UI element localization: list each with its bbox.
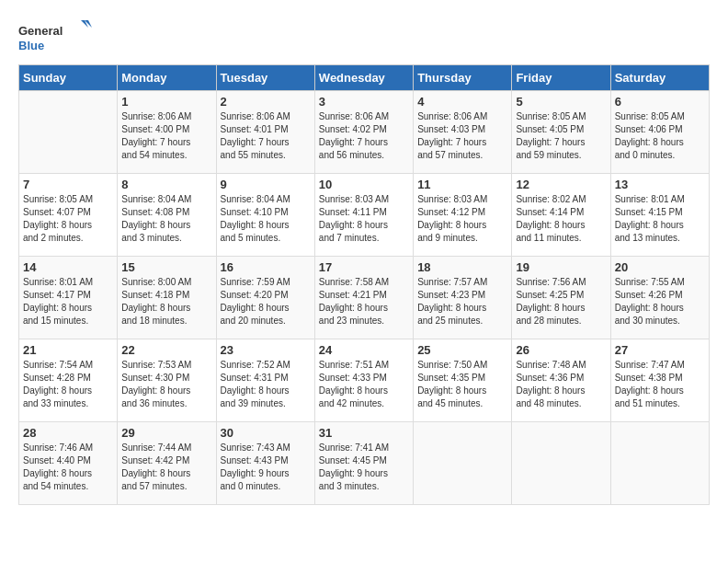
day-info: Sunrise: 8:00 AMSunset: 4:18 PMDaylight:… <box>121 276 211 327</box>
day-info: Sunrise: 8:05 AMSunset: 4:07 PMDaylight:… <box>23 193 113 245</box>
calendar-cell: 3Sunrise: 8:06 AMSunset: 4:02 PMDaylight… <box>314 91 413 174</box>
day-info: Sunrise: 7:50 AMSunset: 4:35 PMDaylight:… <box>417 359 507 410</box>
day-info: Sunrise: 7:47 AMSunset: 4:38 PMDaylight:… <box>615 359 705 410</box>
week-row-5: 28Sunrise: 7:46 AMSunset: 4:40 PMDayligh… <box>19 422 710 505</box>
week-row-2: 7Sunrise: 8:05 AMSunset: 4:07 PMDaylight… <box>19 174 710 257</box>
day-info: Sunrise: 7:56 AMSunset: 4:25 PMDaylight:… <box>516 276 606 327</box>
day-number: 21 <box>23 343 113 357</box>
day-info: Sunrise: 7:53 AMSunset: 4:30 PMDaylight:… <box>121 359 211 410</box>
calendar-cell: 17Sunrise: 7:58 AMSunset: 4:21 PMDayligh… <box>314 257 413 339</box>
day-number: 12 <box>516 178 606 191</box>
day-number: 11 <box>417 178 507 191</box>
day-info: Sunrise: 8:03 AMSunset: 4:11 PMDaylight:… <box>319 193 409 245</box>
calendar-cell: 8Sunrise: 8:04 AMSunset: 4:08 PMDaylight… <box>118 174 216 257</box>
svg-text:Blue: Blue <box>18 39 44 52</box>
calendar-cell <box>414 422 512 505</box>
day-info: Sunrise: 8:01 AMSunset: 4:15 PMDaylight:… <box>615 193 705 245</box>
calendar-cell: 12Sunrise: 8:02 AMSunset: 4:14 PMDayligh… <box>512 174 610 257</box>
calendar-cell: 18Sunrise: 7:57 AMSunset: 4:23 PMDayligh… <box>414 257 512 339</box>
week-row-3: 14Sunrise: 8:01 AMSunset: 4:17 PMDayligh… <box>19 257 710 339</box>
calendar-cell: 4Sunrise: 8:06 AMSunset: 4:03 PMDaylight… <box>414 91 512 174</box>
calendar-body: 1Sunrise: 8:06 AMSunset: 4:00 PMDaylight… <box>19 91 710 505</box>
day-info: Sunrise: 7:52 AMSunset: 4:31 PMDaylight:… <box>221 359 311 410</box>
calendar-cell: 30Sunrise: 7:43 AMSunset: 4:43 PMDayligh… <box>216 422 314 505</box>
calendar-cell: 19Sunrise: 7:56 AMSunset: 4:25 PMDayligh… <box>512 257 610 339</box>
page-header: General Blue <box>18 18 710 55</box>
day-number: 23 <box>221 343 311 357</box>
calendar-cell: 14Sunrise: 8:01 AMSunset: 4:17 PMDayligh… <box>19 257 118 339</box>
day-number: 28 <box>23 426 113 440</box>
calendar-cell: 11Sunrise: 8:03 AMSunset: 4:12 PMDayligh… <box>414 174 512 257</box>
day-number: 19 <box>516 260 606 274</box>
day-info: Sunrise: 7:58 AMSunset: 4:21 PMDaylight:… <box>319 276 409 327</box>
column-header-saturday: Saturday <box>610 65 709 91</box>
calendar-cell: 1Sunrise: 8:06 AMSunset: 4:00 PMDaylight… <box>118 91 216 174</box>
day-number: 30 <box>221 426 311 440</box>
day-info: Sunrise: 8:06 AMSunset: 4:02 PMDaylight:… <box>319 110 409 162</box>
logo: General Blue <box>18 18 92 55</box>
calendar-cell: 15Sunrise: 8:00 AMSunset: 4:18 PMDayligh… <box>118 257 216 339</box>
calendar-cell: 16Sunrise: 7:59 AMSunset: 4:20 PMDayligh… <box>216 257 314 339</box>
day-info: Sunrise: 8:05 AMSunset: 4:05 PMDaylight:… <box>516 110 606 162</box>
day-number: 18 <box>417 260 507 274</box>
day-number: 8 <box>121 178 211 191</box>
calendar-cell: 7Sunrise: 8:05 AMSunset: 4:07 PMDaylight… <box>19 174 118 257</box>
calendar-cell: 26Sunrise: 7:48 AMSunset: 4:36 PMDayligh… <box>512 339 610 422</box>
day-number: 9 <box>221 178 311 191</box>
day-info: Sunrise: 8:05 AMSunset: 4:06 PMDaylight:… <box>615 110 705 162</box>
calendar-cell <box>19 91 118 174</box>
day-number: 14 <box>23 260 113 274</box>
day-number: 24 <box>319 343 409 357</box>
week-row-1: 1Sunrise: 8:06 AMSunset: 4:00 PMDaylight… <box>19 91 710 174</box>
column-header-thursday: Thursday <box>414 65 512 91</box>
day-info: Sunrise: 8:06 AMSunset: 4:00 PMDaylight:… <box>121 110 211 162</box>
day-number: 4 <box>417 95 507 109</box>
week-row-4: 21Sunrise: 7:54 AMSunset: 4:28 PMDayligh… <box>19 339 710 422</box>
day-info: Sunrise: 7:51 AMSunset: 4:33 PMDaylight:… <box>319 359 409 410</box>
day-number: 7 <box>23 178 113 191</box>
day-number: 5 <box>516 95 606 109</box>
day-number: 3 <box>319 95 409 109</box>
day-info: Sunrise: 8:02 AMSunset: 4:14 PMDaylight:… <box>516 193 606 245</box>
day-number: 22 <box>121 343 211 357</box>
calendar-cell <box>512 422 610 505</box>
calendar-cell: 31Sunrise: 7:41 AMSunset: 4:45 PMDayligh… <box>314 422 413 505</box>
day-number: 27 <box>615 343 705 357</box>
day-info: Sunrise: 7:41 AMSunset: 4:45 PMDaylight:… <box>319 442 409 493</box>
day-info: Sunrise: 7:46 AMSunset: 4:40 PMDaylight:… <box>23 442 113 493</box>
day-number: 25 <box>417 343 507 357</box>
calendar-cell: 5Sunrise: 8:05 AMSunset: 4:05 PMDaylight… <box>512 91 610 174</box>
day-number: 26 <box>516 343 606 357</box>
calendar-table: SundayMondayTuesdayWednesdayThursdayFrid… <box>18 64 710 505</box>
calendar-cell: 25Sunrise: 7:50 AMSunset: 4:35 PMDayligh… <box>414 339 512 422</box>
calendar-cell: 20Sunrise: 7:55 AMSunset: 4:26 PMDayligh… <box>610 257 709 339</box>
day-number: 16 <box>221 260 311 274</box>
day-number: 31 <box>319 426 409 440</box>
day-info: Sunrise: 8:04 AMSunset: 4:10 PMDaylight:… <box>221 193 311 245</box>
calendar-cell: 28Sunrise: 7:46 AMSunset: 4:40 PMDayligh… <box>19 422 118 505</box>
day-number: 2 <box>221 95 311 109</box>
day-number: 13 <box>615 178 705 191</box>
day-info: Sunrise: 8:06 AMSunset: 4:03 PMDaylight:… <box>417 110 507 162</box>
day-info: Sunrise: 7:54 AMSunset: 4:28 PMDaylight:… <box>23 359 113 410</box>
day-info: Sunrise: 7:44 AMSunset: 4:42 PMDaylight:… <box>121 442 211 493</box>
calendar-cell: 23Sunrise: 7:52 AMSunset: 4:31 PMDayligh… <box>216 339 314 422</box>
day-info: Sunrise: 8:06 AMSunset: 4:01 PMDaylight:… <box>221 110 311 162</box>
day-info: Sunrise: 7:57 AMSunset: 4:23 PMDaylight:… <box>417 276 507 327</box>
calendar-cell: 9Sunrise: 8:04 AMSunset: 4:10 PMDaylight… <box>216 174 314 257</box>
calendar-cell: 21Sunrise: 7:54 AMSunset: 4:28 PMDayligh… <box>19 339 118 422</box>
day-info: Sunrise: 7:48 AMSunset: 4:36 PMDaylight:… <box>516 359 606 410</box>
calendar-cell: 6Sunrise: 8:05 AMSunset: 4:06 PMDaylight… <box>610 91 709 174</box>
day-number: 6 <box>615 95 705 109</box>
calendar-cell: 2Sunrise: 8:06 AMSunset: 4:01 PMDaylight… <box>216 91 314 174</box>
day-number: 17 <box>319 260 409 274</box>
logo-svg: General Blue <box>18 18 92 55</box>
day-info: Sunrise: 8:01 AMSunset: 4:17 PMDaylight:… <box>23 276 113 327</box>
column-headers-row: SundayMondayTuesdayWednesdayThursdayFrid… <box>19 65 710 91</box>
calendar-cell: 27Sunrise: 7:47 AMSunset: 4:38 PMDayligh… <box>610 339 709 422</box>
day-info: Sunrise: 7:55 AMSunset: 4:26 PMDaylight:… <box>615 276 705 327</box>
column-header-sunday: Sunday <box>19 65 118 91</box>
calendar-cell: 24Sunrise: 7:51 AMSunset: 4:33 PMDayligh… <box>314 339 413 422</box>
day-info: Sunrise: 8:04 AMSunset: 4:08 PMDaylight:… <box>121 193 211 245</box>
day-info: Sunrise: 8:03 AMSunset: 4:12 PMDaylight:… <box>417 193 507 245</box>
